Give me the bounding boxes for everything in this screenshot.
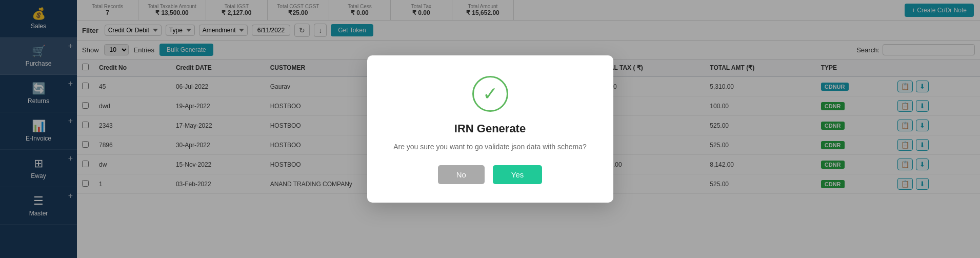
modal-yes-button[interactable]: Yes [493,165,542,184]
success-circle: ✓ [472,76,508,112]
check-icon: ✓ [483,85,498,103]
irn-generate-modal: ✓ IRN Generate Are you sure you want to … [367,55,613,203]
modal-title: IRN Generate [454,122,526,135]
modal-no-button[interactable]: No [438,165,485,184]
modal-overlay: ✓ IRN Generate Are you sure you want to … [0,0,980,258]
modal-buttons: No Yes [438,165,543,184]
modal-message: Are you sure you want to go validate jso… [393,143,587,151]
